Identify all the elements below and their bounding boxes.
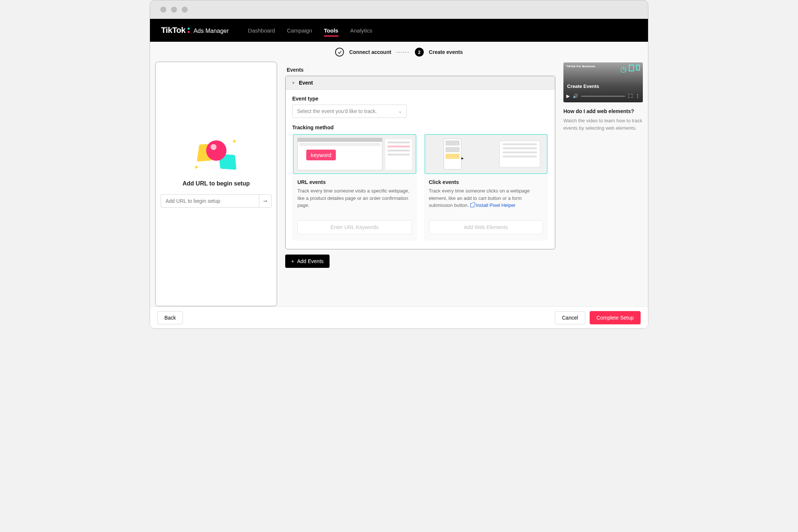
event-card-body: Event type Select the event you'd like t… bbox=[286, 90, 555, 249]
event-type-select[interactable]: Select the event you'd like to track. ⌄ bbox=[292, 105, 407, 118]
click-events-desc: Track every time someone clicks on a web… bbox=[424, 187, 549, 209]
add-events-label: Add Events bbox=[297, 258, 324, 264]
tracking-option-url[interactable]: keyword URL events Track every time some… bbox=[292, 133, 417, 241]
url-events-desc: Track every time someone visits a specif… bbox=[292, 187, 417, 209]
url-events-illustration-icon: keyword bbox=[293, 134, 416, 174]
nav-analytics[interactable]: Analytics bbox=[350, 20, 372, 41]
keyword-badge: keyword bbox=[306, 150, 336, 160]
enter-url-keywords-button[interactable]: Enter URL Keywords bbox=[297, 220, 412, 234]
footer-bar: Back Cancel Complete Setup bbox=[150, 306, 648, 328]
cancel-button[interactable]: Cancel bbox=[555, 311, 585, 324]
event-type-label: Event type bbox=[292, 96, 548, 102]
url-input[interactable] bbox=[161, 194, 259, 208]
url-events-title: URL events bbox=[292, 175, 417, 187]
right-panel: TikTok For Business ◷ Create Events ▶ 🔊 … bbox=[563, 62, 643, 306]
events-section-label: Events bbox=[287, 67, 555, 73]
caret-down-icon: ▼ bbox=[291, 81, 295, 85]
video-decor-icon: ◷ bbox=[620, 65, 640, 74]
event-card-title: Event bbox=[299, 80, 313, 86]
step-1-check-icon bbox=[335, 48, 344, 57]
fullscreen-icon[interactable]: ⛶ bbox=[628, 93, 632, 99]
chevron-down-icon: ⌄ bbox=[398, 109, 402, 114]
more-icon[interactable]: ⋮ bbox=[635, 93, 640, 99]
brand: TikTok Ads Manager bbox=[161, 25, 229, 35]
window-dot bbox=[171, 7, 177, 13]
brand-name: TikTok bbox=[161, 25, 185, 35]
volume-icon[interactable]: 🔊 bbox=[573, 93, 578, 99]
window-dot bbox=[182, 7, 188, 13]
nav-items: Dashboard Campaign Tools Analytics bbox=[248, 20, 372, 41]
nav-campaign[interactable]: Campaign bbox=[287, 20, 312, 41]
external-link-icon bbox=[470, 203, 474, 207]
complete-setup-button[interactable]: Complete Setup bbox=[590, 311, 641, 324]
center-column: Events ▼ Event Event type Select the eve… bbox=[285, 62, 555, 306]
url-input-row: → bbox=[161, 194, 272, 208]
play-icon[interactable]: ▶ bbox=[566, 93, 570, 99]
step-separator: ------ bbox=[396, 50, 410, 55]
video-brand-label: TikTok For Business bbox=[566, 65, 595, 68]
plus-icon: + bbox=[291, 258, 294, 264]
tracking-method-label: Tracking method bbox=[292, 125, 548, 130]
step-2-label: Create events bbox=[429, 49, 463, 55]
click-events-illustration-icon: ▸ bbox=[424, 134, 548, 174]
back-button[interactable]: Back bbox=[157, 311, 183, 324]
help-heading: How do I add web elements? bbox=[563, 108, 643, 114]
stepper: Connect account ------ 2 Create events bbox=[150, 42, 648, 62]
top-nav: TikTok Ads Manager Dashboard Campaign To… bbox=[150, 19, 648, 42]
brand-product: Ads Manager bbox=[194, 28, 229, 34]
click-events-title: Click events bbox=[424, 175, 549, 187]
help-video-thumbnail[interactable]: TikTok For Business ◷ Create Events ▶ 🔊 … bbox=[563, 62, 643, 102]
event-type-placeholder: Select the event you'd like to track. bbox=[297, 108, 377, 114]
help-subtext: Watch the video to learn how to track ev… bbox=[563, 117, 643, 132]
browser-frame: TikTok Ads Manager Dashboard Campaign To… bbox=[150, 0, 648, 329]
add-events-button[interactable]: + Add Events bbox=[285, 255, 330, 268]
workarea: ✦ ✦ Add URL to begin setup → Events ▼ Ev… bbox=[150, 62, 648, 306]
cursor-icon: ▸ bbox=[461, 156, 464, 161]
nav-tools[interactable]: Tools bbox=[324, 20, 338, 41]
window-dot bbox=[160, 7, 166, 13]
setup-illustration-icon: ✦ ✦ bbox=[196, 135, 236, 172]
video-title: Create Events bbox=[567, 83, 599, 89]
event-card-header[interactable]: ▼ Event bbox=[286, 76, 555, 90]
install-pixel-helper-text: Install Pixel Helper bbox=[476, 202, 516, 208]
left-panel-title: Add URL to begin setup bbox=[183, 180, 250, 187]
nav-dashboard[interactable]: Dashboard bbox=[248, 20, 275, 41]
tracking-method-row: keyword URL events Track every time some… bbox=[292, 133, 548, 241]
step-2-badge: 2 bbox=[415, 48, 424, 57]
url-submit-button[interactable]: → bbox=[259, 194, 272, 208]
left-panel: ✦ ✦ Add URL to begin setup → bbox=[155, 62, 277, 306]
app-shell: TikTok Ads Manager Dashboard Campaign To… bbox=[150, 19, 648, 328]
step-1-label: Connect account bbox=[349, 49, 391, 55]
video-controls[interactable]: ▶ 🔊 ⛶ ⋮ bbox=[566, 92, 640, 100]
add-web-elements-button[interactable]: Add Web Elements bbox=[429, 220, 543, 234]
video-progress[interactable] bbox=[581, 96, 625, 97]
arrow-right-icon: → bbox=[262, 198, 268, 204]
install-pixel-helper-link[interactable]: Install Pixel Helper bbox=[470, 202, 516, 208]
event-card: ▼ Event Event type Select the event you'… bbox=[285, 76, 555, 249]
tracking-option-click[interactable]: ▸ Click events Track every time someone … bbox=[424, 133, 549, 241]
browser-chrome-bar bbox=[150, 0, 648, 19]
